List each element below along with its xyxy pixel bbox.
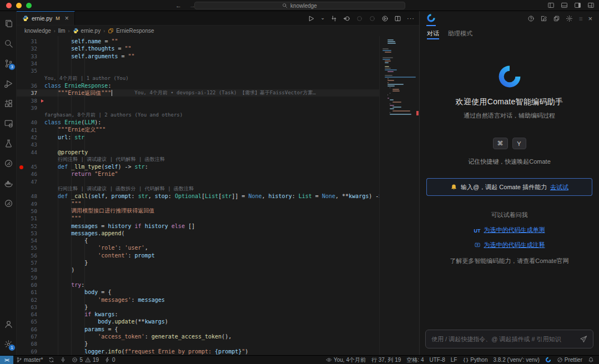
line-number-gutter[interactable]: 59 xyxy=(17,275,44,281)
code-line[interactable]: 61 body = { xyxy=(17,289,419,296)
line-number-gutter[interactable]: 56 xyxy=(17,252,44,259)
close-window-button[interactable] xyxy=(6,3,12,8)
status-comate-status[interactable] xyxy=(542,356,554,364)
status-encoding[interactable]: UTF-8 xyxy=(426,356,447,364)
code-line[interactable]: 36class ErnieResponse: xyxy=(17,82,419,89)
code-line[interactable]: 35 xyxy=(17,67,419,74)
code-line[interactable]: 67 'access_token': generate_access_token… xyxy=(17,333,419,340)
status-git-blame[interactable]: You, 4个月前 xyxy=(323,356,369,364)
activity-explorer[interactable] xyxy=(0,13,17,33)
chat-input[interactable] xyxy=(431,336,575,342)
line-number-gutter[interactable]: 32 xyxy=(17,46,44,52)
shortcuts-icon[interactable] xyxy=(553,15,560,22)
help-icon[interactable] xyxy=(527,15,535,22)
code-line[interactable]: 58 ) xyxy=(17,266,419,274)
code-line[interactable]: 42 url: str xyxy=(17,134,419,141)
code-line[interactable]: 45 def _llm_type(self) -> str: xyxy=(17,163,419,170)
code-line[interactable]: 66 params = { xyxy=(17,326,419,333)
line-number-gutter[interactable]: 45 xyxy=(17,164,44,170)
nav-prev-icon[interactable] xyxy=(356,15,363,22)
toggle-secondary-sidebar-icon[interactable] xyxy=(574,2,581,9)
code-line[interactable]: 49 """ xyxy=(17,200,419,208)
settings-icon[interactable] xyxy=(566,15,573,22)
code-line[interactable]: 34 xyxy=(17,60,419,67)
line-number-gutter[interactable]: 57 xyxy=(17,260,44,266)
code-line[interactable]: 39 xyxy=(17,104,419,112)
debug-run-icon[interactable] xyxy=(381,15,389,22)
code-line[interactable]: 37 """Ernie返回值"""You, 4个月前 • devops-ai-1… xyxy=(17,89,419,97)
line-number-gutter[interactable]: 55 xyxy=(17,245,44,251)
code-line[interactable]: 62 'messages': messages xyxy=(17,296,419,303)
line-number-gutter[interactable]: 48 xyxy=(17,193,44,199)
status-language-mode[interactable]: {}Python xyxy=(460,356,490,364)
code-annotation[interactable]: 行间注释 | 调试建议 | 代码解释 | 函数注释 xyxy=(17,156,419,163)
code-line[interactable]: 69 logger.info(f"request Ernie by prompt… xyxy=(17,347,419,355)
run-python-file-icon[interactable] xyxy=(308,15,315,22)
run-dropdown-icon[interactable]: ⌄ xyxy=(320,15,325,22)
line-number-gutter[interactable]: 52 xyxy=(17,223,44,229)
minimap[interactable] xyxy=(379,36,419,355)
line-number-gutter[interactable]: 68 xyxy=(17,341,44,347)
comate-tab-对话[interactable]: 对话 xyxy=(427,26,439,41)
line-number-gutter[interactable]: 66 xyxy=(17,326,44,332)
nav-back-icon[interactable]: ← xyxy=(175,2,182,9)
status-cursor-position[interactable]: 行 37, 列 19 xyxy=(369,356,404,364)
code-line[interactable]: 52 messages = history if history else [] xyxy=(17,222,419,229)
toggle-panel-icon[interactable] xyxy=(561,2,568,9)
line-number-gutter[interactable]: 38 xyxy=(17,98,44,104)
code-line[interactable]: 53 messages.append( xyxy=(17,230,419,237)
activity-settings[interactable]: 1 xyxy=(0,334,17,354)
line-number-gutter[interactable]: 34 xyxy=(17,60,44,67)
code-line[interactable]: 68 } xyxy=(17,340,419,347)
activity-extensions[interactable] xyxy=(0,93,17,113)
line-number-gutter[interactable]: 41 xyxy=(17,127,44,133)
code-line[interactable]: 57 } xyxy=(17,259,419,266)
comate-logo-icon[interactable] xyxy=(426,13,436,24)
close-tab-icon[interactable]: × xyxy=(65,15,69,22)
activity-extension-b[interactable] xyxy=(0,193,17,213)
breadcrumb[interactable]: knowledge›llm›ernie.py›ErnieResponse xyxy=(17,26,419,36)
line-number-gutter[interactable]: 37 xyxy=(17,90,44,96)
code-line[interactable]: 41 """Ernie定义""" xyxy=(17,127,419,134)
split-editor-icon[interactable] xyxy=(394,15,401,22)
line-number-gutter[interactable]: 44 xyxy=(17,149,44,155)
line-number-gutter[interactable]: 65 xyxy=(17,318,44,325)
status-sync[interactable] xyxy=(46,356,57,364)
line-number-gutter[interactable]: 51 xyxy=(17,215,44,221)
line-number-gutter[interactable]: 62 xyxy=(17,297,44,303)
line-number-gutter[interactable]: 63 xyxy=(17,304,44,310)
line-number-gutter[interactable]: 69 xyxy=(17,348,44,355)
activity-remote-explorer[interactable] xyxy=(0,113,17,133)
nav-next-icon[interactable] xyxy=(369,15,376,22)
status-python-interpreter[interactable]: 3.8.2 ('venv': venv) xyxy=(490,356,542,364)
breadcrumb-item-llm[interactable]: llm xyxy=(58,28,66,34)
code-line[interactable]: 59 xyxy=(17,274,419,281)
line-number-gutter[interactable]: 54 xyxy=(17,237,44,244)
close-icon[interactable]: × xyxy=(588,15,592,22)
code-line[interactable]: 48 def _call(self, prompt: str, stop: Op… xyxy=(17,193,419,200)
line-number-gutter[interactable]: 53 xyxy=(17,230,44,236)
line-number-gutter[interactable]: 36 xyxy=(17,83,44,89)
breadcrumb-item-ernieresponse[interactable]: ErnieResponse xyxy=(108,28,154,34)
status-problems[interactable]: 519 xyxy=(69,356,102,364)
line-number-gutter[interactable]: 47 xyxy=(17,179,44,185)
code-line[interactable]: 60 try: xyxy=(17,281,419,289)
try-it-link[interactable]: 去试试 xyxy=(550,183,568,191)
code-line[interactable]: 55 'role': 'user', xyxy=(17,244,419,251)
comate-tab-助理模式[interactable]: 助理模式 xyxy=(448,26,472,41)
line-number-gutter[interactable]: 60 xyxy=(17,282,44,288)
tab-ernie-py[interactable]: ernie.py M × xyxy=(17,11,75,25)
breakpoint[interactable] xyxy=(19,165,23,169)
suggestion-generate-comments[interactable]: 为选中的代码生成注释 xyxy=(474,241,545,249)
code-line[interactable]: 43 xyxy=(17,141,419,148)
activity-search[interactable] xyxy=(0,33,17,53)
line-number-gutter[interactable]: 49 xyxy=(17,201,44,207)
suggestion-generate-unit-test[interactable]: UT为选中的代码生成单测 xyxy=(474,226,545,234)
line-number-gutter[interactable]: 40 xyxy=(17,119,44,125)
code-line[interactable]: 47 xyxy=(17,178,419,185)
line-number-gutter[interactable]: 33 xyxy=(17,53,44,59)
line-number-gutter[interactable]: 61 xyxy=(17,289,44,295)
line-number-gutter[interactable]: 31 xyxy=(17,38,44,44)
code-line[interactable]: 64 if kwargs: xyxy=(17,311,419,318)
status-tasks[interactable]: 0 xyxy=(102,356,118,364)
